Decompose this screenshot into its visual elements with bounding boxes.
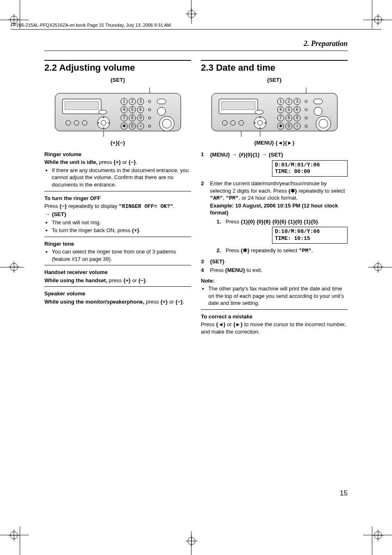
subhead-correct-mistake: To correct a mistake — [201, 313, 348, 320]
svg-text:5: 5 — [131, 107, 134, 112]
svg-text:9: 9 — [296, 115, 298, 120]
svg-point-74 — [255, 110, 263, 114]
step-3: 3 {SET} — [201, 258, 348, 265]
svg-point-27 — [99, 110, 107, 114]
registration-mark-icon — [372, 530, 384, 541]
ringer-tone-bullets: You can select the ringer tone from one … — [52, 248, 191, 263]
subhead-ringer-tone: Ringer tone — [44, 240, 191, 248]
chapter-title: 2. Preparation — [44, 39, 348, 48]
section-2-3-heading: 2.3 Date and time — [201, 60, 348, 74]
registration-mark-icon — [8, 261, 20, 273]
svg-text:1: 1 — [123, 99, 125, 104]
source-header: FP205-215AL-PFQX2516ZA-en.book Page 15 T… — [11, 23, 381, 30]
svg-text:5: 5 — [288, 107, 290, 112]
manual-page: FP205-215AL-PFQX2516ZA-en.book Page 15 T… — [0, 0, 392, 555]
svg-text:4: 4 — [123, 107, 125, 112]
device-label-set: {SET} — [44, 76, 191, 84]
svg-text:0: 0 — [288, 124, 290, 128]
svg-point-113 — [314, 107, 322, 115]
step-4: 4 Press {MENU} to exit. — [201, 267, 348, 274]
device-label-set-r: {SET} — [201, 76, 348, 84]
svg-text:3: 3 — [296, 99, 298, 104]
svg-text:✱: ✱ — [122, 124, 126, 128]
svg-text:6: 6 — [296, 107, 298, 112]
svg-text:1: 1 — [279, 99, 282, 104]
procedure-steps: 1 {MENU} → {♯}{0}{1} → {SET} D:01/M:01/Y… — [201, 151, 348, 274]
subhead-speaker-volume: Speaker volume — [44, 290, 191, 297]
svg-text:0: 0 — [131, 124, 134, 128]
svg-text:7: 7 — [279, 115, 282, 120]
svg-text:9: 9 — [139, 115, 142, 120]
substeps: 1. Press {1}{0} {0}{8} {0}{6} {1}{0} {1}… — [217, 218, 348, 255]
substep-2: 2. Press {✱} repeatedly to select "PM". — [217, 247, 348, 255]
list-item: The other party's fax machine will print… — [208, 285, 348, 307]
svg-text:►: ► — [264, 122, 267, 124]
source-file-text: FP205-215AL-PFQX2516ZA-en.book Page 15 T… — [11, 23, 171, 28]
device-label-plusminus: {+}{−} — [44, 139, 191, 147]
lcd-display: D:10/M:08/Y:06 TIME: 10:15 — [272, 227, 348, 244]
subhead-handset-volume: Handset receiver volume — [44, 269, 191, 276]
svg-text:►: ► — [108, 122, 110, 124]
section-2-2-heading: 2.2 Adjusting volume — [44, 60, 191, 74]
ringer-off-text: Press {−} repeatedly to display "RINGER … — [44, 203, 191, 218]
ringer-volume-bullets: If there are any documents in the docume… — [52, 167, 191, 189]
svg-rect-112 — [314, 99, 323, 104]
registration-mark-icon — [186, 535, 197, 547]
ringer-volume-text: While the unit is idle, press {+} or {−}… — [44, 159, 191, 166]
svg-text:2: 2 — [288, 99, 290, 104]
svg-text:▼: ▼ — [259, 127, 261, 129]
svg-point-115 — [319, 119, 328, 128]
note-bullets: The other party's fax machine will print… — [208, 285, 348, 307]
svg-text:▲: ▲ — [259, 116, 261, 118]
svg-text:7: 7 — [123, 115, 125, 120]
body-columns: 2.2 Adjusting volume {SET} ▲ ▼ ◄ — [44, 60, 348, 489]
step-2: 2 Enter the current date/month/year/hour… — [201, 180, 348, 256]
svg-point-66 — [157, 107, 166, 115]
substep-1: 1. Press {1}{0} {0}{8} {0}{6} {1}{0} {1}… — [217, 218, 348, 245]
list-item: If there are any documents in the docume… — [52, 167, 191, 189]
lcd-display: D:01/M:01/Y:06 TIME: 00:00 — [272, 160, 348, 177]
ringer-off-bullets: The unit will not ring. To turn the ring… — [52, 219, 191, 234]
svg-rect-65 — [157, 99, 166, 104]
list-item: You can select the ringer tone from one … — [52, 248, 191, 263]
svg-text:✱: ✱ — [279, 124, 282, 128]
svg-point-68 — [162, 119, 171, 128]
example-heading: Example: 10 August, 2006 10:15 PM (12 ho… — [210, 202, 348, 216]
page-number: 15 — [340, 489, 348, 497]
list-item: To turn the ringer back ON, press {+}. — [52, 227, 191, 234]
chapter-heading: 2. Preparation — [44, 39, 348, 51]
device-illustration: ▲ ▼ ◄ ► 1 2 3 4 5 6 7 8 9 ✱ 0 ♯ — [211, 88, 338, 137]
subhead-ringer-volume: Ringer volume — [44, 151, 191, 158]
step-1: 1 {MENU} → {♯}{0}{1} → {SET} D:01/M:01/Y… — [201, 151, 348, 178]
svg-text:2: 2 — [131, 99, 134, 104]
correct-mistake-text: Press {◄} or {►} to move the cursor to t… — [201, 321, 348, 335]
svg-text:▼: ▼ — [102, 127, 105, 129]
speaker-volume-text: While using the monitor/speakerphone, pr… — [44, 298, 191, 306]
registration-mark-icon — [8, 530, 20, 541]
svg-rect-73 — [221, 101, 255, 110]
svg-point-79 — [258, 120, 263, 125]
svg-text:4: 4 — [279, 107, 282, 112]
note-heading: Note: — [201, 277, 348, 285]
svg-text:♯: ♯ — [296, 124, 298, 128]
registration-mark-icon — [186, 8, 197, 20]
svg-point-32 — [101, 120, 106, 125]
svg-rect-26 — [65, 101, 99, 110]
svg-text:6: 6 — [139, 107, 142, 112]
svg-text:3: 3 — [139, 99, 142, 104]
svg-text:8: 8 — [288, 115, 290, 120]
svg-text:◄: ◄ — [254, 122, 256, 124]
subhead-ringer-off: To turn the ringer OFF — [44, 195, 191, 202]
list-item: The unit will not ring. — [52, 219, 191, 226]
svg-text:▲: ▲ — [102, 116, 105, 118]
svg-text:♯: ♯ — [139, 124, 141, 128]
handset-volume-text: While using the handset, press {+} or {−… — [44, 277, 191, 284]
svg-text:8: 8 — [131, 115, 134, 120]
svg-text:◄: ◄ — [97, 122, 99, 124]
device-label-menu-arrows: {MENU} {◄}{►} — [201, 139, 348, 147]
registration-mark-icon — [372, 261, 384, 273]
device-illustration: ▲ ▼ ◄ ► 1 2 3 4 5 6 7 8 9 ✱ 0 ♯ — [54, 88, 182, 137]
